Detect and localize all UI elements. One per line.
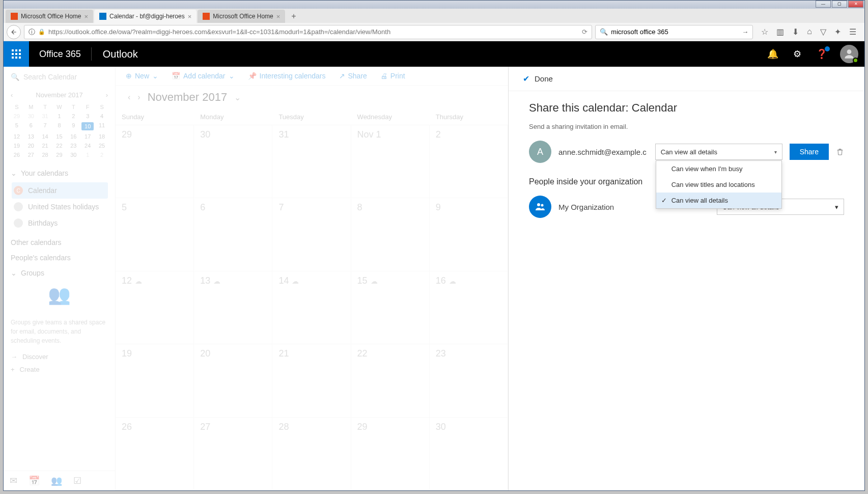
new-tab-button[interactable]: + bbox=[286, 10, 301, 23]
month-day-cell[interactable]: 20 bbox=[194, 344, 272, 417]
app-launcher-button[interactable] bbox=[4, 41, 29, 67]
add-calendar-button[interactable]: 📅Add calendar⌄ bbox=[172, 72, 235, 80]
calendar-list-item[interactable]: CCalendar bbox=[12, 182, 108, 199]
home-icon[interactable]: ⌂ bbox=[807, 27, 812, 37]
menu-icon[interactable]: ☰ bbox=[849, 27, 856, 37]
mini-cal-month[interactable]: November 2017 bbox=[36, 91, 83, 99]
mini-cal-day[interactable]: 28 bbox=[39, 152, 51, 158]
month-day-cell[interactable]: 9 bbox=[430, 198, 508, 271]
mini-cal-day[interactable]: 6 bbox=[25, 122, 37, 130]
chevron-down-icon[interactable]: ⌄ bbox=[234, 93, 241, 102]
mini-cal-day[interactable]: 24 bbox=[81, 143, 94, 149]
browser-search-field[interactable]: 🔍 → bbox=[595, 25, 753, 39]
mini-cal-day[interactable]: 2 bbox=[67, 113, 79, 119]
month-day-cell[interactable]: 21 bbox=[272, 344, 351, 417]
mini-cal-day[interactable]: 9 bbox=[67, 122, 79, 130]
mini-cal-day[interactable]: 4 bbox=[96, 113, 108, 119]
window-close-button[interactable]: ✕ bbox=[848, 1, 863, 8]
calendar-list-item[interactable]: United States holidays bbox=[12, 199, 108, 215]
mini-cal-day[interactable]: 1 bbox=[81, 152, 94, 158]
month-prev-button[interactable]: ‹ bbox=[128, 93, 130, 102]
back-button[interactable] bbox=[7, 25, 21, 39]
share-button[interactable]: Share bbox=[790, 144, 829, 160]
permission-option[interactable]: Can view when I'm busy bbox=[656, 161, 781, 177]
mail-module-icon[interactable]: ✉ bbox=[10, 475, 17, 486]
mini-cal-next[interactable]: › bbox=[106, 91, 108, 99]
people-module-icon[interactable]: 👥 bbox=[51, 475, 62, 486]
month-day-cell[interactable]: 5 bbox=[116, 198, 194, 271]
library-icon[interactable]: ▥ bbox=[776, 27, 784, 37]
tasks-module-icon[interactable]: ☑ bbox=[73, 475, 81, 486]
mini-cal-day[interactable]: 29 bbox=[11, 113, 23, 119]
mini-cal-day[interactable]: 8 bbox=[53, 122, 66, 130]
mini-cal-day[interactable]: 17 bbox=[81, 133, 94, 140]
new-event-button[interactable]: ⊕New⌄ bbox=[126, 72, 158, 80]
discover-link[interactable]: →Discover bbox=[11, 350, 108, 363]
mini-cal-day[interactable]: 30 bbox=[25, 113, 37, 119]
month-day-cell[interactable]: 29 bbox=[351, 418, 430, 490]
mini-cal-day[interactable]: 16 bbox=[67, 133, 79, 140]
month-day-cell[interactable]: 13☁ bbox=[194, 271, 272, 344]
mini-cal-day[interactable]: 22 bbox=[53, 143, 66, 149]
calendar-list-item[interactable]: Birthdays bbox=[12, 215, 108, 231]
month-day-cell[interactable]: 26 bbox=[116, 418, 194, 490]
go-arrow-icon[interactable]: → bbox=[742, 28, 748, 36]
browser-tab[interactable]: Microsoft Office Home × bbox=[6, 10, 93, 23]
permission-option[interactable]: Can view titles and locations bbox=[656, 177, 781, 193]
close-tab-icon[interactable]: × bbox=[276, 13, 281, 20]
window-maximize-button[interactable]: ▢ bbox=[832, 1, 847, 8]
other-calendars-toggle[interactable]: Other calendars bbox=[11, 238, 108, 246]
create-link[interactable]: +Create bbox=[11, 363, 108, 376]
permission-option[interactable]: Can view all details bbox=[656, 193, 781, 208]
month-day-cell[interactable]: 23 bbox=[430, 344, 508, 417]
notifications-button[interactable]: 🔔 bbox=[761, 41, 785, 67]
mini-cal-day[interactable]: 13 bbox=[25, 133, 37, 140]
month-day-cell[interactable]: 31 bbox=[272, 125, 351, 198]
mini-cal-day[interactable]: 11 bbox=[96, 122, 108, 130]
mini-calendar-grid[interactable]: SMTWTFS293031123456789101112131415161718… bbox=[11, 104, 108, 158]
month-next-button[interactable]: › bbox=[137, 93, 140, 102]
downloads-icon[interactable]: ⬇ bbox=[792, 27, 799, 37]
mini-cal-day[interactable]: 29 bbox=[53, 152, 66, 158]
mini-cal-day[interactable]: 2 bbox=[96, 152, 108, 158]
close-tab-icon[interactable]: × bbox=[84, 13, 88, 20]
month-day-cell[interactable]: Nov 1 bbox=[351, 125, 430, 198]
groups-toggle[interactable]: ⌄ Groups bbox=[11, 269, 108, 277]
close-tab-icon[interactable]: × bbox=[188, 13, 192, 20]
mini-cal-day[interactable]: 15 bbox=[53, 133, 66, 140]
user-avatar[interactable] bbox=[840, 45, 858, 63]
mini-cal-day[interactable]: 21 bbox=[39, 143, 51, 149]
mini-cal-day[interactable]: 23 bbox=[67, 143, 79, 149]
bookmark-star-icon[interactable]: ☆ bbox=[761, 27, 768, 37]
mini-cal-day[interactable]: 1 bbox=[53, 113, 66, 119]
month-day-cell[interactable]: 12☁ bbox=[116, 271, 194, 344]
mini-cal-day[interactable]: 27 bbox=[25, 152, 37, 158]
month-day-cell[interactable]: 8 bbox=[351, 198, 430, 271]
mini-cal-day[interactable]: 25 bbox=[96, 143, 108, 149]
print-button[interactable]: 🖨Print bbox=[380, 72, 405, 80]
mini-cal-day[interactable]: 19 bbox=[11, 143, 23, 149]
extension-icon[interactable]: ✦ bbox=[834, 27, 841, 37]
mini-cal-day[interactable]: 3 bbox=[81, 113, 94, 119]
mini-cal-day[interactable]: 7 bbox=[39, 122, 51, 130]
mini-cal-day[interactable]: 31 bbox=[39, 113, 51, 119]
mini-cal-day[interactable]: 26 bbox=[11, 152, 23, 158]
month-day-cell[interactable]: 28 bbox=[272, 418, 351, 490]
mini-cal-day[interactable]: 5 bbox=[11, 122, 23, 130]
permission-select[interactable]: Can view all details ▾ Can view when I'm… bbox=[655, 144, 782, 160]
search-input[interactable] bbox=[611, 28, 739, 36]
mini-cal-day[interactable]: 10 bbox=[81, 122, 94, 130]
pocket-icon[interactable]: ▽ bbox=[820, 27, 826, 37]
browser-tab[interactable]: Microsoft Office Home × bbox=[198, 10, 285, 23]
suite-brand[interactable]: Office 365 bbox=[29, 49, 91, 60]
month-day-cell[interactable]: 16☁ bbox=[430, 271, 508, 344]
url-field[interactable]: ⓘ 🔒 https://outlook.office.de/owa/?realm… bbox=[24, 25, 592, 39]
month-day-cell[interactable]: 27 bbox=[194, 418, 272, 490]
month-day-cell[interactable]: 30 bbox=[430, 418, 508, 490]
month-day-cell[interactable]: 14☁ bbox=[272, 271, 351, 344]
window-minimize-button[interactable]: — bbox=[816, 1, 831, 8]
calendar-module-icon[interactable]: 📅 bbox=[29, 475, 40, 486]
help-button[interactable]: ❓ bbox=[809, 41, 834, 67]
settings-button[interactable]: ⚙ bbox=[785, 41, 809, 67]
month-day-cell[interactable]: 7 bbox=[272, 198, 351, 271]
